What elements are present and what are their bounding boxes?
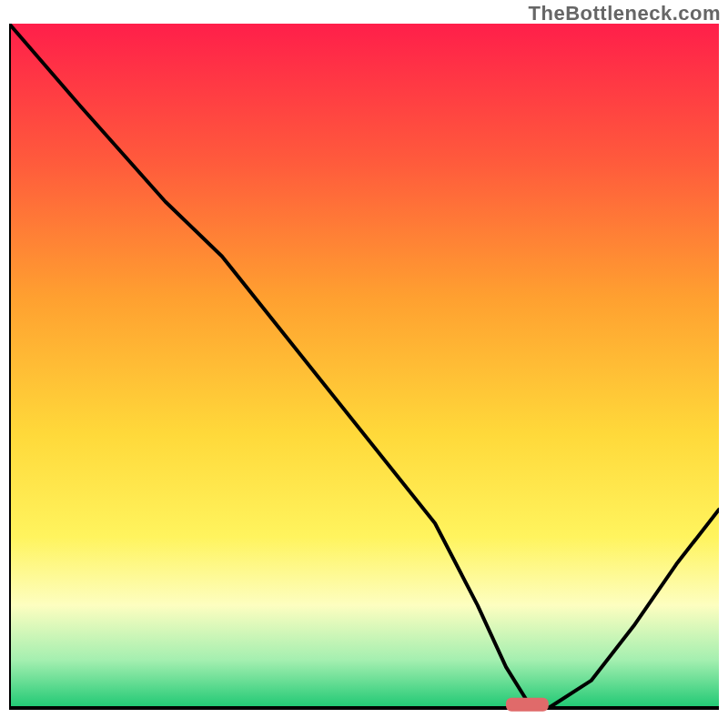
bottleneck-chart	[9, 24, 719, 719]
chart-background	[9, 24, 719, 708]
optimal-marker	[506, 698, 549, 712]
watermark-text: TheBottleneck.com	[529, 2, 721, 25]
chart-svg	[9, 24, 719, 719]
